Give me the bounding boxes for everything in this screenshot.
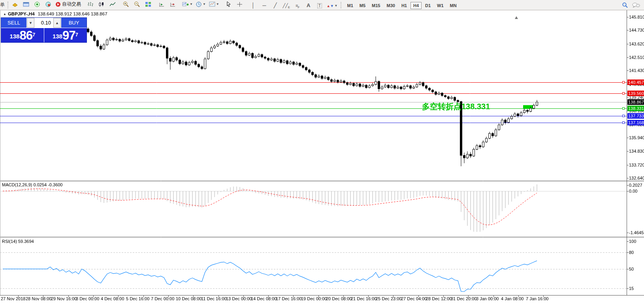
- timeframe-mn-button[interactable]: MN: [447, 2, 459, 9]
- time-axis-label: 28 Nov 08:00: [26, 296, 51, 301]
- price-tag: 138.331: [627, 106, 644, 111]
- search-icon[interactable]: [620, 1, 630, 9]
- toolbar: 单 自动交易▼▼▼│─╱╱╱E≡FAT▲▼▼ M1M5M15M30H1H4D1W…: [0, 0, 644, 10]
- time-axis-label: 27 Nov 2018: [1, 296, 25, 301]
- cursor-icon[interactable]: [224, 0, 234, 8]
- price-axis-label: 143.620: [629, 42, 644, 46]
- rsi-axis-label: 15: [629, 286, 634, 291]
- volume-increase-button[interactable]: ▲: [53, 18, 61, 28]
- tile-windows-icon[interactable]: [143, 0, 153, 9]
- time-axis-label: 14 Dec 08:00: [251, 296, 277, 301]
- line-chart-icon[interactable]: [107, 0, 118, 9]
- auto-scroll-icon[interactable]: [156, 0, 167, 9]
- time-axis-label: 5 Dec 16:00: [126, 296, 149, 301]
- time-axis-label: 11 Dec 16:00: [201, 296, 227, 301]
- candlestick-chart-icon[interactable]: [96, 0, 107, 9]
- new-order-icon[interactable]: [10, 0, 20, 9]
- time-axis-label: 10 Dec 08:00: [176, 296, 201, 301]
- time-axis-label: 27 Dec 04:00: [401, 296, 427, 301]
- price-axis-label: 135.940: [629, 135, 644, 140]
- buy-price-pips: 97: [62, 30, 75, 42]
- text-label-icon[interactable]: T: [314, 1, 325, 10]
- timeframe-h1-button[interactable]: H1: [399, 2, 410, 9]
- toolbar-groups: 自动交易▼▼▼│─╱╱╱E≡FAT▲▼▼: [6, 0, 339, 10]
- time-axis-label: 20 Dec 08:00: [326, 296, 352, 301]
- time-axis-label: 25 Dec 23:00: [376, 296, 401, 301]
- timeframe-w1-button[interactable]: W1: [434, 2, 446, 9]
- price-axis-label: 142.510: [629, 55, 644, 60]
- price-tag: 139.560: [627, 91, 644, 96]
- price-axis-label: 132.640: [629, 176, 644, 180]
- trendline-icon[interactable]: ╱: [270, 1, 281, 9]
- periods-icon[interactable]: ▼: [195, 0, 207, 9]
- indicators-icon[interactable]: ▼: [181, 0, 194, 9]
- timeframe-m5-button[interactable]: M5: [357, 2, 368, 9]
- timeframe-toolbar: M1M5M15M30H1H4D1W1MN: [344, 2, 460, 9]
- market-watch-icon[interactable]: [43, 0, 53, 9]
- timeframe-h4-button[interactable]: H4: [411, 2, 422, 9]
- time-axis-label: 3 Jan 00:00: [476, 296, 499, 301]
- buy-price-point: 7: [75, 28, 78, 42]
- buy-price-main: 138: [53, 31, 62, 42]
- mt4-terminal: 单 自动交易▼▼▼│─╱╱╱E≡FAT▲▼▼ M1M5M15M30H1H4D1W…: [0, 0, 644, 305]
- toolbar-grip: [8, 2, 8, 8]
- time-axis-label: 7 Jan 16:00: [526, 296, 549, 301]
- rsi-indicator-label: RSI(14) 59.3694: [2, 239, 34, 244]
- sell-price-display[interactable]: 138 86 7: [1, 28, 44, 42]
- text-icon[interactable]: A: [303, 1, 314, 9]
- chat-icon[interactable]: [631, 1, 641, 9]
- time-axis-label: 29 Nov 16:00: [51, 296, 77, 301]
- collapse-panel-icon[interactable]: ▲: [3, 12, 6, 16]
- arrows-icon[interactable]: ▲▼▼: [326, 2, 339, 10]
- fibonacci-icon[interactable]: ≡F: [292, 2, 303, 10]
- crosshair-icon[interactable]: [235, 0, 245, 9]
- one-click-trading-panel: SELL ▼ ▲ BUY 138 86 7 138 97 7: [1, 17, 87, 43]
- toolbar-right: [620, 1, 642, 9]
- price-axis-label: 144.730: [629, 28, 644, 32]
- horizontal-line-icon[interactable]: ─: [259, 1, 269, 9]
- turning-point-annotation: 多空转折点138.331: [422, 101, 490, 112]
- sell-price-pips: 86: [19, 30, 32, 42]
- chart-shift-icon[interactable]: [168, 0, 178, 9]
- buy-button[interactable]: BUY: [61, 18, 87, 28]
- price-axis-label: 141.430: [629, 68, 644, 73]
- bar-chart-icon[interactable]: [85, 0, 96, 9]
- sell-price-main: 138: [9, 31, 19, 42]
- buy-price-display[interactable]: 138 97 7: [44, 28, 87, 42]
- macd-indicator-label: MACD(12,26,9) 0.0254 -0.3600: [2, 182, 62, 187]
- rsi-axis-label: 50: [629, 267, 634, 271]
- volume-decrease-button[interactable]: ▼: [27, 18, 34, 28]
- timeframe-m30-button[interactable]: M30: [384, 2, 398, 9]
- vertical-line-icon[interactable]: │: [248, 1, 258, 9]
- macd-axis-label: 0.2027: [629, 183, 642, 188]
- symbol-period: GBPJPY-,H4: [8, 11, 35, 16]
- volume-control: ▼ ▲: [26, 18, 61, 28]
- price-axis-label: 134.830: [629, 149, 644, 153]
- templates-icon[interactable]: ▼: [208, 0, 220, 9]
- sell-price-point: 7: [32, 28, 35, 42]
- equidistant-channel-icon[interactable]: ╱╱E: [281, 2, 292, 10]
- price-axis-label: 145.810: [629, 15, 644, 19]
- macd-axis-label: -1.4645: [629, 230, 644, 235]
- price-tag: 140.457: [627, 80, 644, 85]
- price-chart-canvas[interactable]: [0, 0, 644, 305]
- timeframe-m15-button[interactable]: M15: [369, 2, 383, 9]
- time-axis-label: 31 Dec 20:00: [451, 296, 476, 301]
- autotrading-button[interactable]: 自动交易: [54, 0, 82, 9]
- sell-button[interactable]: SELL: [1, 18, 26, 28]
- volume-input[interactable]: [34, 18, 53, 28]
- time-axis-label: 7 Dec 00:00: [151, 296, 174, 301]
- time-axis-label: 13 Dec 00:00: [226, 296, 252, 301]
- rsi-axis-label: 100: [629, 239, 636, 244]
- toolbar-grip: [341, 2, 343, 8]
- time-axis-label: 3 Dec 00:00: [76, 296, 99, 301]
- timeframe-d1-button[interactable]: D1: [422, 2, 433, 9]
- data-window-icon[interactable]: [32, 0, 42, 9]
- chart-window-icon[interactable]: [21, 0, 31, 9]
- time-axis-label: 4 Jan 08:00: [501, 296, 524, 301]
- timeframe-m1-button[interactable]: M1: [345, 2, 356, 9]
- zoom-in-icon[interactable]: [121, 0, 131, 8]
- zoom-out-icon[interactable]: [132, 0, 142, 8]
- macd-axis-label: 0.00: [629, 189, 637, 193]
- time-axis-label: 28 Dec 12:00: [426, 296, 452, 301]
